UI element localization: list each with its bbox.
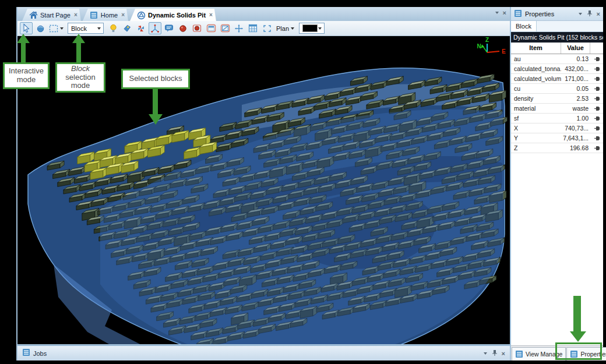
interactive-mode-arrow-stem <box>21 43 26 62</box>
view-orientation-combo[interactable]: Plan <box>274 25 296 32</box>
pinwheel-icon <box>136 24 146 33</box>
chevron-down-icon[interactable] <box>291 27 294 30</box>
jobs-panel-bar[interactable]: Jobs × <box>17 345 510 361</box>
annotation-selected-blocks: Selected blocks <box>121 69 190 89</box>
property-value[interactable]: 0.13 <box>561 55 590 62</box>
spin-axes-button[interactable] <box>135 22 147 34</box>
tab-label: Start Page <box>40 12 71 19</box>
property-value[interactable]: 740,73... <box>561 125 590 132</box>
clip-window-button[interactable] <box>205 22 217 34</box>
row-pin-button[interactable] <box>590 145 603 151</box>
properties-tab-arrow-stem <box>573 296 581 332</box>
chevron-down-icon[interactable] <box>318 27 322 30</box>
property-value[interactable]: waste <box>561 105 590 112</box>
jobs-close-icon[interactable]: × <box>502 350 505 357</box>
property-value[interactable]: 432,00... <box>561 65 590 72</box>
property-row-material[interactable]: materialwaste <box>511 104 603 114</box>
row-pin-button[interactable] <box>590 76 603 82</box>
grid-icon <box>248 24 258 33</box>
screenshot-root: { "tabs": [ { "label": "Start Page", "ic… <box>0 0 606 364</box>
close-icon[interactable]: × <box>209 12 213 18</box>
block-mode-arrow-stem <box>76 43 81 62</box>
view-toolbar: BlockPlan <box>17 21 510 36</box>
move-axes-button[interactable] <box>232 22 245 34</box>
marquee-icon <box>49 24 58 33</box>
orbit-icon <box>36 24 45 33</box>
row-pin-button[interactable] <box>590 86 603 92</box>
selection-summary: Dynamic Solids Pit (152 blocks sele... <box>511 32 603 43</box>
jobs-pin-icon[interactable] <box>492 349 497 357</box>
row-pin-button[interactable] <box>590 66 603 72</box>
selected-blocks-arrowhead <box>149 114 163 125</box>
property-value[interactable]: 1.00 <box>561 115 590 122</box>
property-value[interactable]: 0.05 <box>561 85 590 92</box>
tab-start-page[interactable]: Start Page× <box>22 9 81 21</box>
color-swatch-combo[interactable] <box>299 23 325 34</box>
properties-block-tab[interactable]: Block <box>511 21 603 32</box>
tab-dynamic-solids-pit[interactable]: Dynamic Solids Pit× <box>130 9 216 21</box>
column-value[interactable]: Value <box>561 43 590 54</box>
property-row-cu[interactable]: cu0.05 <box>511 84 603 94</box>
selection-marquee-button[interactable] <box>48 22 65 34</box>
close-icon[interactable]: × <box>121 12 125 18</box>
block-tab-label: Block <box>511 21 537 31</box>
close-icon[interactable]: × <box>74 12 77 18</box>
property-row-y[interactable]: Y7,643,1... <box>511 133 603 143</box>
property-row-sf[interactable]: sf1.00 <box>511 114 603 123</box>
jobs-dropdown-icon[interactable] <box>484 352 487 355</box>
svg-text:E: E <box>502 48 506 55</box>
properties-rows: au0.13calculated_tonna...432,00...calcul… <box>511 54 603 153</box>
property-value[interactable]: 7,643,1... <box>561 135 590 142</box>
orbit-button[interactable] <box>34 22 47 34</box>
window-clip2-icon <box>220 24 230 33</box>
grid-button[interactable] <box>246 22 259 34</box>
tab-list-dropdown-icon[interactable] <box>495 12 499 14</box>
chevron-down-icon[interactable] <box>60 27 64 30</box>
comment-button[interactable] <box>163 22 175 34</box>
property-row-x[interactable]: X740,73... <box>511 123 603 133</box>
properties-panel-header[interactable]: Properties × <box>511 7 603 21</box>
property-row-au[interactable]: au0.13 <box>511 54 603 64</box>
clip-window-alt-button[interactable] <box>219 22 231 34</box>
property-row-calculated-tonna-[interactable]: calculated_tonna...432,00... <box>511 64 603 74</box>
row-pin-button[interactable] <box>590 115 603 122</box>
record-sphere-box-button[interactable] <box>191 22 203 34</box>
current-color-swatch <box>302 24 318 32</box>
row-pin-button[interactable] <box>590 96 603 102</box>
row-pin-button[interactable] <box>590 125 603 132</box>
show-axes-button[interactable] <box>149 22 161 34</box>
row-pin-button[interactable] <box>590 105 603 112</box>
properties-dropdown-icon[interactable] <box>579 13 582 15</box>
record-sphere-button[interactable] <box>177 22 189 34</box>
document-icon <box>515 350 523 358</box>
property-row-z[interactable]: Z196.68 <box>511 143 603 153</box>
block-mode-arrowhead <box>72 34 85 43</box>
visibility-button[interactable] <box>107 22 119 34</box>
extents-button[interactable] <box>260 22 273 34</box>
combo-value: Plan <box>276 25 289 32</box>
tabbar-controls: × <box>494 9 506 16</box>
row-pin-button[interactable] <box>590 135 603 142</box>
tab-label: Dynamic Solids Pit <box>148 12 206 19</box>
interactive-mode-button[interactable] <box>20 22 33 34</box>
property-row-calculated-volume[interactable]: calculated_volume171,00... <box>511 74 603 84</box>
close-document-icon[interactable]: × <box>503 9 506 16</box>
pin-icon <box>594 56 600 62</box>
tab-home[interactable]: Home× <box>83 9 128 21</box>
chevron-down-icon[interactable] <box>97 27 101 30</box>
row-pin-button[interactable] <box>590 56 603 62</box>
jobs-icon <box>22 348 30 359</box>
label-tag-button[interactable] <box>121 22 133 34</box>
property-value[interactable]: 171,00... <box>561 75 590 82</box>
property-row-density[interactable]: density2.53 <box>511 94 603 104</box>
tab-label: Home <box>101 12 118 19</box>
properties-pin-icon[interactable] <box>587 10 592 17</box>
column-item[interactable]: Item <box>511 43 561 54</box>
selected-blocks-arrow-stem <box>153 89 158 115</box>
property-value[interactable]: 2.53 <box>561 95 590 102</box>
property-value[interactable]: 196.68 <box>561 144 590 151</box>
properties-close-icon[interactable]: × <box>597 10 600 17</box>
solids-icon <box>137 11 146 19</box>
properties-table-header: Item Value <box>511 43 603 54</box>
block-selection-combo[interactable]: Block <box>68 23 104 34</box>
